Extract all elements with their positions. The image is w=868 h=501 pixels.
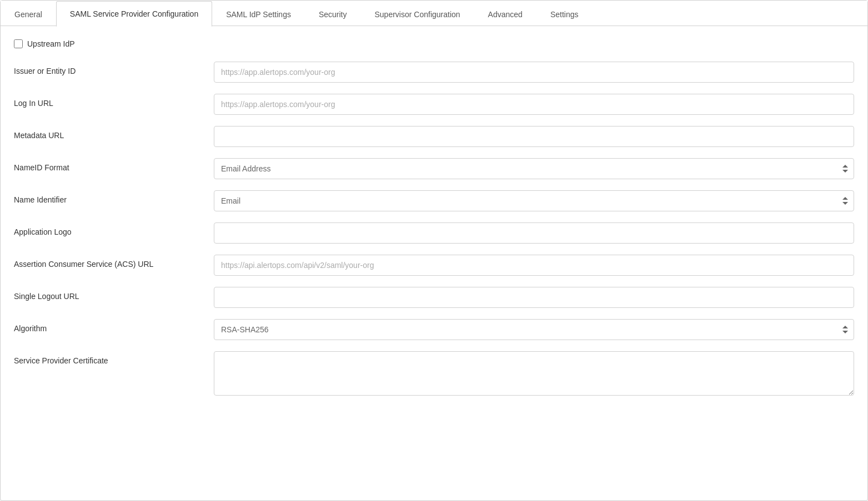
issuer-input[interactable] (214, 62, 854, 83)
metadata-url-input[interactable] (214, 126, 854, 147)
app-logo-input[interactable] (214, 222, 854, 244)
content-area: Upstream IdP Issuer or Entity ID Log In … (1, 26, 867, 500)
app-logo-row: Application Logo (14, 222, 854, 244)
nameid-format-select[interactable]: Email Address Persistent Transient Unspe… (214, 158, 854, 179)
issuer-row: Issuer or Entity ID (14, 62, 854, 83)
login-url-row: Log In URL (14, 94, 854, 115)
login-url-input[interactable] (214, 94, 854, 115)
tab-general[interactable]: General (1, 1, 56, 27)
name-identifier-select[interactable]: Email Username User ID (214, 190, 854, 211)
sp-cert-label: Service Provider Certificate (14, 351, 214, 365)
upstream-idp-row: Upstream IdP (14, 39, 854, 48)
metadata-url-row: Metadata URL (14, 126, 854, 147)
metadata-url-label: Metadata URL (14, 126, 214, 140)
acs-url-row: Assertion Consumer Service (ACS) URL (14, 255, 854, 276)
single-logout-input[interactable] (214, 287, 854, 308)
acs-url-label: Assertion Consumer Service (ACS) URL (14, 255, 214, 269)
tab-security[interactable]: Security (305, 1, 361, 27)
tabs-bar: General SAML Service Provider Configurat… (1, 1, 867, 26)
nameid-format-row: NameID Format Email Address Persistent T… (14, 158, 854, 179)
login-url-label: Log In URL (14, 94, 214, 108)
upstream-idp-checkbox[interactable] (14, 39, 23, 48)
app-logo-label: Application Logo (14, 222, 214, 236)
single-logout-label: Single Logout URL (14, 287, 214, 301)
single-logout-row: Single Logout URL (14, 287, 854, 308)
issuer-label: Issuer or Entity ID (14, 62, 214, 75)
tab-settings[interactable]: Settings (536, 1, 593, 27)
tab-saml-sp[interactable]: SAML Service Provider Configuration (56, 1, 212, 27)
upstream-idp-label[interactable]: Upstream IdP (27, 39, 75, 48)
page-container: General SAML Service Provider Configurat… (0, 0, 868, 501)
algorithm-row: Algorithm RSA-SHA256 RSA-SHA384 RSA-SHA5… (14, 319, 854, 340)
nameid-format-label: NameID Format (14, 158, 214, 172)
tab-advanced[interactable]: Advanced (474, 1, 536, 27)
name-identifier-row: Name Identifier Email Username User ID (14, 190, 854, 211)
tab-saml-idp[interactable]: SAML IdP Settings (212, 1, 305, 27)
algorithm-select[interactable]: RSA-SHA256 RSA-SHA384 RSA-SHA512 (214, 319, 854, 340)
name-identifier-label: Name Identifier (14, 190, 214, 204)
sp-cert-textarea[interactable] (214, 351, 854, 396)
tab-supervisor[interactable]: Supervisor Configuration (361, 1, 474, 27)
acs-url-input[interactable] (214, 255, 854, 276)
algorithm-label: Algorithm (14, 319, 214, 333)
sp-cert-row: Service Provider Certificate (14, 351, 854, 396)
